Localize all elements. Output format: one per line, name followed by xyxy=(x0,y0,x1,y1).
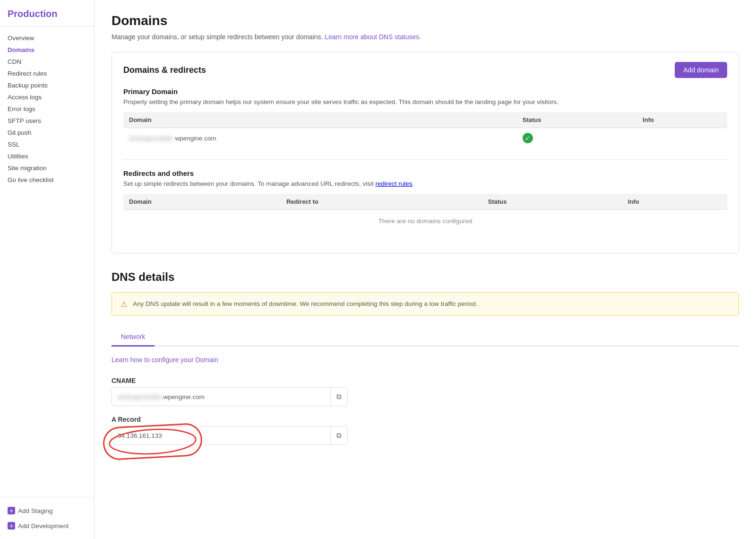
table-row: androgenisafter wpengine.com ✓ xyxy=(123,128,727,148)
footer-item-add-staging[interactable]: +Add Staging xyxy=(8,503,86,518)
col-domain-r: Domain xyxy=(123,194,281,210)
sidebar-item-backup-points[interactable]: Backup points xyxy=(0,79,94,91)
page-title: Domains xyxy=(112,13,739,28)
footer-item-label: Add Staging xyxy=(18,507,53,514)
warning-icon: ⚠ xyxy=(120,300,127,309)
col-domain: Domain xyxy=(123,112,517,128)
redirects-period: . xyxy=(412,180,414,187)
add-domain-button[interactable]: Add domain xyxy=(675,62,727,78)
status-cell: ✓ xyxy=(517,128,637,148)
redirects-section: Redirects and others Set up simple redir… xyxy=(123,169,727,232)
sidebar-item-sftp-users[interactable]: SFTP users xyxy=(0,115,94,127)
status-check-icon: ✓ xyxy=(523,133,533,143)
col-info: Info xyxy=(637,112,727,128)
primary-domain-table: Domain Status Info androgenisafter wpeng… xyxy=(123,112,727,148)
tab-network[interactable]: Network xyxy=(112,329,155,347)
dns-tabs: Network xyxy=(112,329,739,347)
domains-card: Domains & redirects Add domain Primary D… xyxy=(112,52,739,253)
cname-blurred: androgenisafter xyxy=(118,393,162,400)
primary-domain-section: Primary Domain Properly setting the prim… xyxy=(123,87,727,148)
sidebar: Production OverviewDomainsCDNRedirect ru… xyxy=(0,0,94,539)
card-title: Domains & redirects xyxy=(123,65,206,75)
sidebar-item-error-logs[interactable]: Error logs xyxy=(0,103,94,115)
primary-domain-desc: Properly setting the primary domain help… xyxy=(123,98,727,105)
col-redirect-to: Redirect to xyxy=(281,194,482,210)
sidebar-item-utilities[interactable]: Utilities xyxy=(0,150,94,162)
cname-label: CNAME xyxy=(112,377,348,384)
card-header: Domains & redirects Add domain xyxy=(123,62,727,78)
footer-item-add-development[interactable]: +Add Development xyxy=(8,518,86,533)
a-record-wrapper: A Record 34.136.161.133 ⧉ xyxy=(112,416,348,445)
dns-title: DNS details xyxy=(112,270,739,284)
plus-icon: + xyxy=(8,522,15,530)
cname-value: androgenisafter.wpengine.com xyxy=(112,389,330,405)
redirects-table: Domain Redirect to Status Info There are… xyxy=(123,194,727,232)
sidebar-footer: +Add Staging+Add Development xyxy=(0,497,94,539)
sidebar-item-git-push[interactable]: Git push xyxy=(0,127,94,139)
redirect-rules-link[interactable]: redirect rules xyxy=(376,180,412,187)
domain-suffix: wpengine.com xyxy=(173,135,216,142)
sidebar-item-redirect-rules[interactable]: Redirect rules xyxy=(0,68,94,79)
dns-records: CNAME androgenisafter.wpengine.com ⧉ A R… xyxy=(112,377,348,445)
section-divider xyxy=(123,159,727,160)
info-cell xyxy=(637,128,727,148)
sidebar-item-domains[interactable]: Domains xyxy=(0,44,94,56)
redirects-desc: Set up simple redirects between your dom… xyxy=(123,180,727,187)
config-link[interactable]: Learn how to configure your Domain xyxy=(112,356,218,364)
sidebar-item-site-migration[interactable]: Site migration xyxy=(0,162,94,174)
main-content: Domains Manage your domains, or setup si… xyxy=(94,0,756,539)
cname-suffix: .wpengine.com xyxy=(162,393,205,400)
table-row-empty: There are no domains configured xyxy=(123,210,727,233)
warning-text: Any DNS update will result in a few mome… xyxy=(133,299,478,309)
col-status: Status xyxy=(517,112,637,128)
cname-field: androgenisafter.wpengine.com ⧉ xyxy=(112,387,348,406)
subtitle-text: Manage your domains, or setup simple red… xyxy=(112,33,323,41)
dns-statuses-link[interactable]: Learn more about DNS statuses xyxy=(325,33,419,41)
dns-section: DNS details ⚠ Any DNS update will result… xyxy=(112,270,739,445)
redirects-desc-text: Set up simple redirects between your dom… xyxy=(123,180,374,187)
a-record-copy-button[interactable]: ⧉ xyxy=(330,426,347,444)
col-info-r: Info xyxy=(622,194,727,210)
plus-icon: + xyxy=(8,507,15,514)
cname-record: CNAME androgenisafter.wpengine.com ⧉ xyxy=(112,377,348,406)
sidebar-item-go-live-checklist[interactable]: Go live checklist xyxy=(0,174,94,186)
a-record-value: 34.136.161.133 xyxy=(112,427,330,444)
sidebar-item-overview[interactable]: Overview xyxy=(0,32,94,44)
redirects-title: Redirects and others xyxy=(123,169,727,177)
sidebar-header: Production xyxy=(0,0,94,26)
domain-blurred: androgenisafter xyxy=(129,135,173,142)
sidebar-item-ssl[interactable]: SSL xyxy=(0,139,94,150)
sidebar-item-access-logs[interactable]: Access logs xyxy=(0,91,94,103)
a-record-field: 34.136.161.133 ⧉ xyxy=(112,426,348,445)
sidebar-nav: OverviewDomainsCDNRedirect rulesBackup p… xyxy=(0,30,94,497)
page-subtitle: Manage your domains, or setup simple red… xyxy=(112,33,739,41)
cname-copy-button[interactable]: ⧉ xyxy=(330,388,347,406)
subtitle-period: . xyxy=(419,33,421,41)
a-record-label: A Record xyxy=(112,416,348,423)
empty-message: There are no domains configured xyxy=(123,210,727,233)
primary-domain-title: Primary Domain xyxy=(123,87,727,96)
footer-item-label: Add Development xyxy=(18,522,69,530)
sidebar-title: Production xyxy=(8,9,86,19)
col-status-r: Status xyxy=(482,194,622,210)
sidebar-item-cdn[interactable]: CDN xyxy=(0,56,94,68)
dns-warning: ⚠ Any DNS update will result in a few mo… xyxy=(112,292,739,316)
domain-cell: androgenisafter wpengine.com xyxy=(123,128,517,148)
